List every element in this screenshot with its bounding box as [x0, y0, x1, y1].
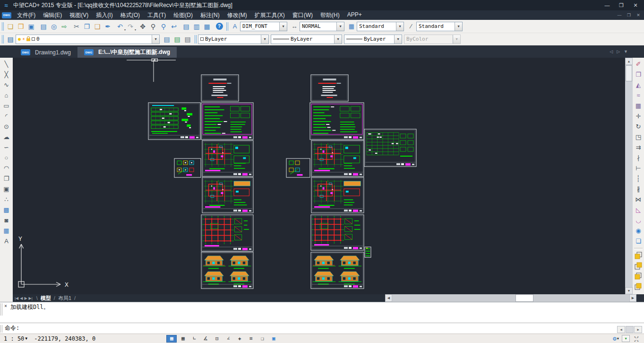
vertical-scroll-thumb[interactable]: [626, 65, 632, 81]
bring-to-front-tool[interactable]: [633, 250, 644, 261]
mirror-tool[interactable]: ◭: [633, 79, 644, 90]
osnap-toggle[interactable]: ⊡: [212, 335, 222, 343]
fullscreen-icon[interactable]: ↖↗↙↘: [633, 335, 640, 342]
table-style-combo-dropdown-icon[interactable]: ▼: [396, 22, 404, 31]
revision-cloud-tool[interactable]: ☁: [1, 132, 12, 142]
redo-icon[interactable]: ↷▾: [125, 21, 136, 32]
selected-line-entity[interactable]: [127, 59, 176, 82]
command-close-icon[interactable]: ×: [3, 304, 8, 308]
bring-above-tool[interactable]: [633, 271, 644, 281]
mdi-minimize-button[interactable]: —: [616, 12, 623, 18]
dim-style-combo[interactable]: NORMAL▼: [300, 22, 344, 31]
command-panel-grip[interactable]: [0, 303, 2, 316]
sheet-details-left[interactable]: [174, 158, 201, 177]
menu-item-11[interactable]: 帮助(H): [317, 10, 343, 20]
send-to-back-tool[interactable]: [633, 261, 644, 271]
sheet-schedule-left[interactable]: [148, 103, 200, 140]
spline-tool[interactable]: ∽: [1, 142, 12, 152]
copy-icon[interactable]: ❐: [82, 21, 92, 32]
sheet-struct-right[interactable]: [311, 215, 364, 250]
make-object-layer-current-icon[interactable]: ▤: [162, 34, 172, 44]
chamfer-tool[interactable]: ◺: [633, 204, 644, 215]
trim-tool[interactable]: ∤: [633, 152, 644, 163]
zoom-realtime-icon[interactable]: ⚲: [148, 21, 158, 32]
sheet-plan-left-1[interactable]: [202, 141, 253, 176]
mleader-style-combo[interactable]: Standard▼: [416, 22, 463, 31]
hatch-tool[interactable]: ▩: [1, 204, 12, 215]
construction-line-tool[interactable]: ╳: [1, 69, 12, 79]
drawing-canvas[interactable]: XY: [13, 58, 625, 294]
menu-item-6[interactable]: 绘图(D): [170, 10, 197, 20]
array-tool[interactable]: ▦: [633, 100, 644, 111]
last-layout-icon[interactable]: ▶|: [29, 296, 33, 300]
zoom-window-icon[interactable]: ⚲: [158, 21, 169, 32]
insert-block-tool[interactable]: ❐: [1, 173, 12, 184]
menu-item-3[interactable]: 插入(I): [92, 10, 116, 20]
tab-menu-icon[interactable]: ▼: [624, 49, 628, 54]
layer-previous-icon[interactable]: ▤: [172, 34, 182, 44]
vertical-scroll-track[interactable]: [625, 82, 633, 287]
print-icon[interactable]: ▤: [38, 21, 49, 32]
menu-item-7[interactable]: 标注(N): [197, 10, 223, 20]
color-combo-dropdown-icon[interactable]: ▼: [261, 35, 268, 44]
grid-toggle[interactable]: ▦: [178, 335, 188, 343]
copy-tool[interactable]: ❐: [633, 69, 644, 79]
lineweight-toggle[interactable]: ≡: [246, 335, 256, 343]
polyline-tool[interactable]: ∿: [1, 79, 12, 90]
sheet-cover-right[interactable]: [311, 75, 348, 101]
menu-item-9[interactable]: 扩展工具(X): [251, 10, 289, 20]
lineweight-combo-dropdown-icon[interactable]: ▼: [394, 35, 402, 44]
menu-item-12[interactable]: APP+: [343, 10, 366, 20]
menu-item-4[interactable]: 格式(O): [117, 10, 144, 20]
break-at-point-tool[interactable]: ┆: [633, 173, 644, 184]
layout-tab-布局1[interactable]: 布局1: [55, 295, 74, 302]
sheet-details-right[interactable]: [286, 158, 310, 177]
dyn-input-toggle[interactable]: ✚: [234, 335, 245, 343]
prev-layout-icon[interactable]: ◀: [20, 296, 23, 300]
menu-item-1[interactable]: 编辑(E): [39, 10, 66, 20]
designcenter-icon[interactable]: ▥: [191, 21, 202, 32]
canvas-horizontal-scrollbar[interactable]: ◀ ▶: [385, 294, 636, 302]
line-tool[interactable]: ╲: [1, 59, 12, 69]
scroll-up-icon[interactable]: ▲: [625, 58, 633, 65]
menu-item-0[interactable]: 文件(F): [13, 10, 39, 20]
match-properties-icon[interactable]: ✒: [103, 21, 113, 32]
command-scroll-thumb[interactable]: [626, 326, 634, 333]
command-prompt-grip[interactable]: [0, 325, 2, 333]
text-style-combo-dropdown-icon[interactable]: ▼: [279, 22, 287, 31]
sheet-plan-left-2[interactable]: [202, 177, 253, 213]
move-tool[interactable]: ✛: [633, 111, 644, 121]
table-tool[interactable]: ▦: [1, 225, 12, 236]
zoom-previous-icon[interactable]: ↩: [169, 21, 179, 32]
region-tool[interactable]: ◙: [1, 215, 12, 225]
lineweight-combo[interactable]: ByLayer▼: [344, 35, 402, 44]
doc-tab-1[interactable]: DWGE:\...\中皇别墅施工图新.dwg: [77, 47, 177, 58]
tab-scroll-right-icon[interactable]: ▷: [617, 49, 620, 54]
block-editor-tool[interactable]: ❏: [633, 236, 644, 246]
properties-palette-icon[interactable]: ▤: [181, 21, 191, 32]
layer-properties-icon[interactable]: ▤: [5, 34, 16, 44]
explode-tool[interactable]: ◉: [633, 225, 644, 236]
menu-item-5[interactable]: 工具(T): [144, 10, 170, 20]
sheet-notes-left[interactable]: [201, 103, 253, 140]
help-button[interactable]: ?: [214, 21, 224, 32]
close-button[interactable]: ✕: [629, 1, 642, 9]
next-layout-icon[interactable]: ▶: [24, 296, 27, 300]
horizontal-scroll-thumb[interactable]: [515, 294, 533, 302]
sheet-elev-left[interactable]: [201, 252, 253, 289]
send-under-tool[interactable]: [633, 281, 644, 292]
minimize-button[interactable]: —: [601, 1, 614, 9]
viewport-scale-control[interactable]: 1 : 50 ▼: [4, 335, 27, 342]
offset-tool[interactable]: ≈: [633, 90, 644, 100]
polar-toggle[interactable]: ∡: [200, 335, 211, 343]
mdi-restore-button[interactable]: ❐: [625, 12, 633, 18]
layer-states-icon[interactable]: ▤: [182, 34, 193, 44]
cut-icon[interactable]: ✂: [71, 21, 82, 32]
table-style-combo[interactable]: Standard▼: [357, 22, 404, 31]
mtext-tool[interactable]: A: [1, 236, 12, 246]
rotate-tool[interactable]: ↻: [633, 121, 644, 132]
arc-tool[interactable]: ◜: [1, 111, 12, 121]
sheet-elev-right[interactable]: [311, 252, 364, 289]
menu-item-2[interactable]: 视图(V): [66, 10, 92, 20]
scroll-left-icon[interactable]: ◀: [385, 294, 392, 302]
